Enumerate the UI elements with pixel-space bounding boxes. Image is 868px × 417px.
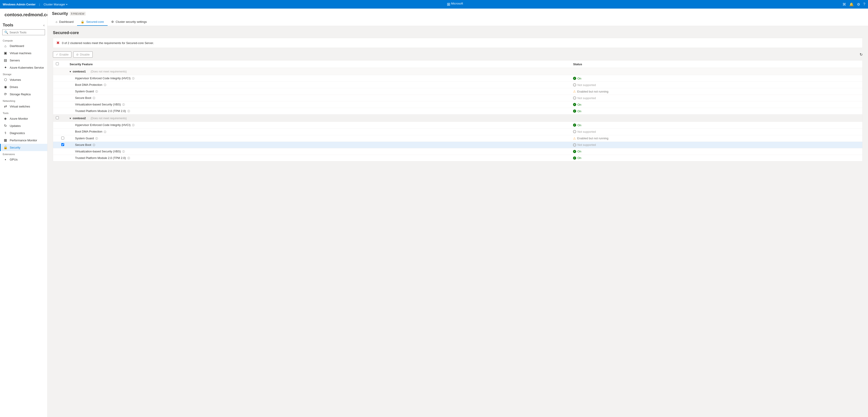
guard2-feature-name: System Guard: [75, 137, 94, 140]
table-body: ▾ contoso1 (Does not meet requirements) …: [53, 68, 863, 162]
sidebar-search-box[interactable]: 🔍: [2, 29, 45, 35]
vbs2-info-icon[interactable]: ⓘ: [122, 150, 125, 153]
sidebar-item-volumes[interactable]: ⬡ Volumes: [0, 76, 47, 83]
systemguard2-checkbox[interactable]: [61, 137, 64, 140]
hvci2-feature-cell: Hypervisor Enforced Code Integrity (HVCI…: [67, 122, 570, 129]
vm-icon: ▣: [3, 51, 7, 55]
sidebar-item-virtual-switches[interactable]: ⇄ Virtual switches: [0, 103, 47, 110]
sidebar-item-aks[interactable]: ✦ Azure Kubernetes Service: [0, 64, 47, 71]
terminal-icon[interactable]: ⌘: [842, 2, 846, 6]
notification-icon[interactable]: 🔔: [849, 2, 854, 6]
feature-table: Security Feature Status ▾ contoso1 (Does…: [53, 60, 863, 162]
sidebar-item-drives[interactable]: ◉ Drives: [0, 83, 47, 91]
subnav-secured-core[interactable]: 🔒 Secured-core: [77, 18, 107, 26]
guard1-info-icon[interactable]: ⓘ: [95, 90, 98, 93]
table-row: Secure Boot ⓘ Not supported: [53, 142, 863, 148]
hvci1-info-icon[interactable]: ⓘ: [132, 77, 134, 80]
tpm1-info-icon[interactable]: ⓘ: [127, 110, 130, 112]
sidebar-item-virtual-switches-label: Virtual switches: [10, 105, 30, 108]
section-label-tools: Tools: [0, 110, 47, 115]
guard1-status-label: Enabled but not running: [577, 90, 608, 93]
enable-label: Enable: [59, 53, 68, 56]
node2-checkbox-cell: [53, 114, 67, 122]
vbs2-status-icon: [573, 150, 576, 153]
subnav-cluster-security-settings[interactable]: ⚙ Cluster security settings: [107, 18, 151, 26]
node1-chevron-icon[interactable]: ▾: [70, 70, 71, 73]
tpm2-status: On: [573, 156, 860, 160]
sidebar-item-updates[interactable]: ↻ Updates: [0, 122, 47, 129]
secureboot2-checkbox[interactable]: [61, 143, 64, 146]
subnav-secured-core-icon: 🔒: [81, 20, 84, 24]
refresh-button[interactable]: ↻: [860, 53, 863, 57]
sidebar-item-security[interactable]: 🔒 Security: [0, 144, 47, 151]
vbs1-info-icon[interactable]: ⓘ: [122, 103, 125, 106]
guard2-info-icon[interactable]: ⓘ: [95, 137, 98, 140]
table-row: Virtualization-based Security (VBS) ⓘ On: [53, 148, 863, 155]
hvci2-info-icon[interactable]: ⓘ: [132, 124, 134, 127]
drives-icon: ◉: [3, 85, 7, 89]
sidebar-item-gpus[interactable]: ▪ GPUs: [0, 156, 47, 163]
section-label-compute: Compute: [0, 37, 47, 42]
sidebar-item-dashboard[interactable]: ⌂ Dashboard: [0, 42, 47, 49]
dma1-feature-cell: Boot DMA Protection ⓘ: [67, 82, 570, 88]
hvci1-status-cell: On: [570, 75, 862, 82]
toolbar: ✓ Enable ⊘ Disable ↻: [53, 51, 863, 58]
sidebar-item-azure-monitor[interactable]: ◈ Azure Monitor: [0, 115, 47, 122]
secureboot2-status: Not supported: [573, 143, 860, 146]
dma2-status-label: Not supported: [577, 130, 596, 133]
page-title: Security: [52, 11, 68, 16]
ms-logo-icon: ⊞: [447, 2, 450, 7]
sidebar-item-performance-monitor[interactable]: ▦ Performance Monitor: [0, 137, 47, 144]
guard2-status-icon: ⚠: [573, 137, 576, 140]
sidebar-item-aks-label: Azure Kubernetes Service: [10, 66, 44, 69]
sidebar-item-storage-replica[interactable]: ⟳ Storage Replica: [0, 91, 47, 98]
tpm1-feature-name: Trusted Platform Module 2.0 (TPM 2.0): [75, 109, 126, 113]
col-checkbox: [53, 61, 67, 68]
sidebar-collapse-button[interactable]: ‹: [43, 23, 44, 27]
secureboot2-status-cell: Not supported: [570, 142, 862, 148]
content-area: Security ℹ PREVIEW ⌂ Dashboard 🔒 Secured…: [48, 8, 868, 417]
guard1-status-cell: ⚠ Enabled but not running: [570, 88, 862, 95]
dma1-feature-name: Boot DMA Protection: [75, 83, 102, 86]
guard1-feature-name: System Guard: [75, 90, 94, 93]
tpm1-status-icon: [573, 109, 576, 113]
hvci1-feature-cell: Hypervisor Enforced Code Integrity (HVCI…: [67, 75, 570, 82]
search-input[interactable]: [9, 31, 43, 34]
settings-icon[interactable]: ⚙: [857, 2, 860, 6]
tpm2-status-cell: On: [570, 155, 862, 161]
aks-icon: ✦: [3, 66, 7, 70]
disable-button[interactable]: ⊘ Disable: [73, 51, 92, 58]
alert-bar: ✖ 0 of 2 clustered nodes meet the requir…: [53, 38, 863, 48]
hvci2-status-cell: On: [570, 122, 862, 129]
disable-label: Disable: [80, 53, 90, 56]
secureboot1-info-icon[interactable]: ⓘ: [93, 97, 95, 99]
dma1-info-icon[interactable]: ⓘ: [104, 83, 106, 86]
help-icon[interactable]: ?: [863, 2, 865, 6]
secureboot2-info-icon[interactable]: ⓘ: [93, 144, 95, 146]
sidebar-item-volumes-label: Volumes: [10, 78, 21, 81]
node2-chevron-icon[interactable]: ▾: [70, 117, 71, 120]
tpm2-info-icon[interactable]: ⓘ: [127, 157, 130, 160]
tpm1-status-cell: On: [570, 108, 862, 114]
topbar-center: ⊞ Microsoft: [70, 2, 840, 7]
sidebar-item-security-label: Security: [10, 146, 20, 149]
sub-nav: ⌂ Dashboard 🔒 Secured-core ⚙ Cluster sec…: [52, 18, 864, 26]
vbs2-status-label: On: [577, 150, 581, 153]
node2-checkbox[interactable]: [56, 116, 59, 119]
volumes-icon: ⬡: [3, 78, 7, 82]
sidebar-item-virtual-machines[interactable]: ▣ Virtual machines: [0, 49, 47, 57]
guard2-status: ⚠ Enabled but not running: [573, 137, 860, 140]
dma2-feature-cell: Boot DMA Protection ⓘ: [67, 129, 570, 135]
sidebar-item-diagnostics[interactable]: ⚕ Diagnostics: [0, 129, 47, 137]
hvci1-status: On: [573, 77, 860, 80]
table-row: ▾ contoso1 (Does not meet requirements): [53, 68, 863, 75]
table-row: Boot DMA Protection ⓘ Not supported: [53, 82, 863, 88]
cluster-manager-link[interactable]: Cluster Manager ▾: [43, 3, 67, 6]
subnav-dashboard[interactable]: ⌂ Dashboard: [52, 18, 77, 26]
dma1-status: Not supported: [573, 83, 860, 87]
sidebar-item-servers[interactable]: ▤ Servers: [0, 57, 47, 64]
virtual-switches-icon: ⇄: [3, 104, 7, 108]
enable-button[interactable]: ✓ Enable: [53, 51, 71, 58]
dma2-info-icon[interactable]: ⓘ: [104, 131, 106, 133]
select-all-checkbox[interactable]: [56, 62, 59, 65]
